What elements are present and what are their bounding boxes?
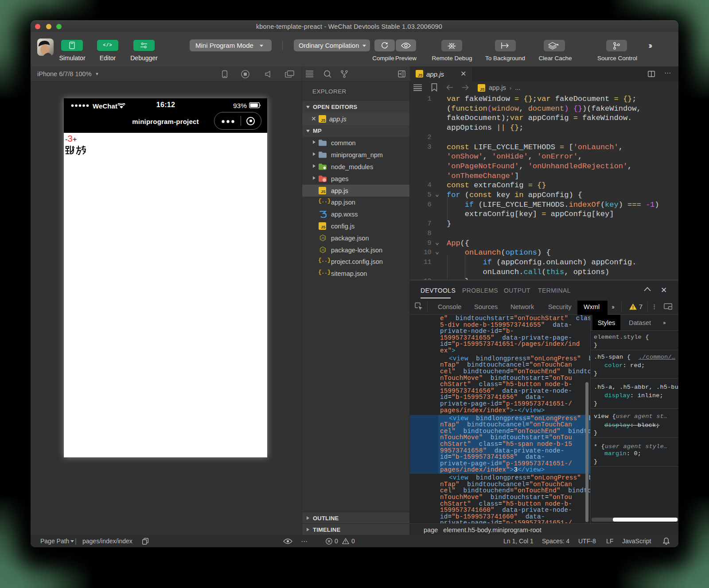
svg-text:JS: JS xyxy=(321,248,325,252)
svg-text:JS: JS xyxy=(321,236,325,240)
